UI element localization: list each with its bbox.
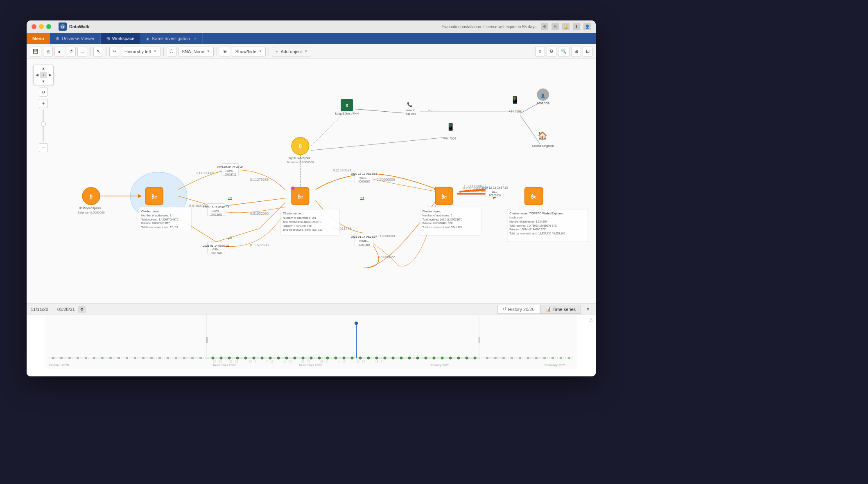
cluster-5-balance: Balance: 0.00018481 BTC — [422, 222, 453, 225]
add-object-dropdown[interactable]: + Add object ▼ — [272, 47, 311, 56]
edge-label-11379: 0.11379288 — [250, 178, 269, 182]
tx3-date: 2021-01-14 05:57:32 — [203, 244, 229, 247]
settings-icon[interactable]: ⚙ — [541, 23, 548, 30]
svg-point-45 — [367, 357, 370, 360]
collapse-timeline-button[interactable]: △ — [589, 317, 592, 322]
history-icon: ↺ — [503, 306, 506, 312]
tab-universe-label: Universe Viewer — [62, 36, 95, 41]
sna-dropdown[interactable]: SNA: None ▼ — [178, 47, 214, 56]
month-oct: October 2020 — [49, 363, 69, 367]
showhide-dropdown[interactable]: Show/hide ▼ — [232, 47, 266, 56]
expand-button[interactable]: ⊞ — [571, 47, 581, 56]
bell-icon[interactable]: 🔔 — [562, 23, 570, 30]
rect-button[interactable]: ▭ — [77, 47, 87, 56]
user-icon[interactable]: 👤 — [583, 23, 591, 30]
add-object-label: Add object — [280, 49, 302, 54]
svg-point-44 — [359, 357, 362, 360]
svg-point-12 — [101, 357, 104, 359]
svg-point-18 — [150, 357, 153, 359]
tab-investigation[interactable]: ◈ Kamil Investigation × — [140, 33, 202, 44]
svg-point-34 — [285, 357, 288, 360]
maximize-button[interactable] — [46, 24, 51, 29]
btc-node-1-symbol: ₿ — [90, 194, 93, 199]
cursor-button[interactable]: ↖ — [93, 47, 103, 56]
traffic-lights — [32, 24, 51, 29]
minimize-button[interactable] — [39, 24, 44, 29]
hierarchy-dropdown[interactable]: Hierarchy left ▼ — [121, 47, 160, 56]
tab-universe[interactable]: ⚙ Universe Viewer — [50, 33, 101, 44]
tx6-hash: tx6... — [492, 190, 497, 193]
download-icon[interactable]: ⬇ — [573, 23, 580, 30]
timeline-settings-button[interactable]: ⚙ — [78, 306, 86, 313]
toolbar-separator-5 — [269, 47, 269, 56]
svg-point-46 — [375, 357, 378, 360]
cluster-4-name: Cluster name: — [283, 212, 302, 215]
svg-point-35 — [294, 357, 296, 360]
app-logo: D DataWalk — [59, 23, 89, 31]
bottom-panel-header: 11/11/20 – 01/28/21 ⚙ ↺ History 20/20 📊 … — [27, 304, 596, 315]
graph-canvas[interactable]: 0.11385000 0.01046000 0.2154862 — [27, 59, 596, 303]
history-label: History 20/20 — [508, 307, 535, 312]
hierarchy-label: Hierarchy left — [124, 49, 151, 54]
timeseries-tab[interactable]: 📊 Time series — [540, 305, 581, 314]
undo-button[interactable]: ↺ — [66, 47, 76, 56]
save-button[interactable]: 💾 — [30, 47, 41, 56]
btc-cluster-5-symbol: ₿c — [441, 194, 447, 199]
svg-point-8 — [68, 357, 71, 359]
sna-label: SNA: None — [182, 49, 204, 54]
svg-point-6 — [52, 357, 54, 359]
edge-label-11572: 0.11572600 — [250, 243, 269, 247]
settings-button[interactable]: ⚙ — [547, 47, 556, 56]
svg-point-60 — [494, 357, 497, 359]
tx4-date: 2020-12-12 02:18:11 — [351, 172, 377, 175]
cluster-2-txs: Total txs received / sent: 17 / 15 — [141, 226, 178, 229]
edge-btc3-excel — [311, 110, 346, 146]
phone-node-3-label: +44 7599 — [509, 110, 521, 113]
cluster-4-received: Total received: 69.68288166 BTC — [283, 221, 322, 223]
history-tab[interactable]: ↺ History 20/20 — [497, 305, 540, 314]
month-nov: November 2020 — [213, 363, 236, 367]
expand-right-icon: ‖ — [478, 336, 481, 343]
menu-button[interactable]: Menu — [27, 33, 50, 44]
showhide-caret: ▼ — [259, 50, 262, 53]
tx4-hash: f9310... — [359, 176, 368, 179]
svg-point-20 — [167, 357, 169, 359]
main-content: ▲ ◀ + ▶ ▼ ⊡ + − — [27, 59, 596, 376]
tab-investigation-label: Kamil Investigation — [152, 36, 190, 41]
fullscreen-button[interactable]: ⊡ — [583, 47, 592, 56]
tx3-amount: .00017400 — [210, 252, 223, 254]
arrow-btc4-tx4: ⇄ — [360, 196, 364, 202]
tab-workspace-label: Workspace — [112, 36, 135, 41]
excel-icon: X — [346, 103, 348, 108]
cluster-5-addresses: Number of addresses: 1 — [422, 214, 452, 217]
graph-area[interactable]: ▲ ◀ + ▶ ▼ ⊡ + − — [27, 59, 596, 303]
cluster-2-info-name: Cluster name: — [141, 209, 160, 213]
svg-point-68 — [560, 357, 562, 359]
svg-point-7 — [60, 357, 63, 359]
svg-point-14 — [118, 357, 120, 359]
search-button[interactable]: 🔍 — [558, 47, 570, 56]
record-button[interactable]: ● — [54, 47, 64, 56]
universe-icon: ⚙ — [56, 36, 59, 41]
svg-point-19 — [158, 357, 161, 359]
timeline-area[interactable]: ‖ ‖ — [27, 315, 596, 376]
filter-button[interactable]: ⧖ — [535, 47, 545, 56]
cluster-4-balance: Balance: 0.0004832 BTC — [283, 225, 312, 227]
share-button[interactable]: ⎘ — [43, 47, 53, 56]
week-306: 30 - 6 — [249, 360, 256, 363]
svg-point-47 — [384, 357, 387, 360]
svg-point-10 — [85, 357, 87, 359]
svg-point-67 — [552, 357, 554, 359]
toolbar: 💾 ⎘ ● ↺ ▭ ↖ ⇔ Hierarchy left ▼ ⬡ SNA: No… — [27, 44, 596, 59]
arrow-btc2-tx: ⇄ — [228, 196, 232, 202]
sna-caret: ▼ — [207, 50, 210, 53]
svg-point-27 — [228, 357, 231, 360]
tab-close-icon[interactable]: × — [194, 36, 197, 41]
close-button[interactable] — [32, 24, 36, 29]
collapse-panel-button[interactable]: ▼ — [584, 306, 592, 313]
copy-icon[interactable]: ⎘ — [552, 23, 559, 30]
svg-point-41 — [343, 357, 346, 360]
tab-workspace[interactable]: ⊞ Workspace — [101, 33, 141, 44]
svg-point-11 — [93, 357, 95, 359]
edge-label-61032: 0.61032080 — [250, 212, 269, 216]
